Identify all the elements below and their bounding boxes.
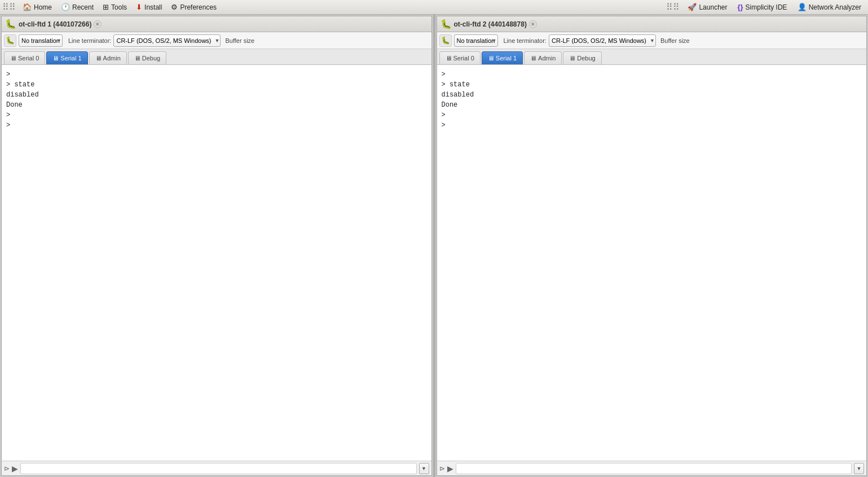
panel-2-buffer-size-label: Buffer size	[660, 37, 690, 44]
menu-preferences-label: Preferences	[180, 3, 217, 11]
install-icon: ⬇	[136, 3, 142, 11]
panel-1-tab-serial0[interactable]: 🖥 Serial 0	[4, 51, 45, 64]
panel-2-tab-debug[interactable]: 🖥 Debug	[563, 51, 601, 64]
panel-2-translation-icon: 🐛	[439, 34, 452, 47]
panel-1-tab-serial0-label: Serial 0	[18, 55, 39, 62]
panel-1-admin-icon: 🖥	[95, 55, 102, 62]
panel-1-serial1-icon: 🖥	[52, 55, 59, 62]
menu-item-launcher[interactable]: 🚀 Launcher	[683, 2, 732, 12]
panel-1-terminal-content: > > state disabled Done > >	[6, 69, 427, 130]
panel-1-terminator-select[interactable]: CR-LF (DOS, OS/2, MS Windows) LF (Unix) …	[113, 34, 221, 47]
panel-1-tab-serial1[interactable]: 🖥 Serial 1	[46, 51, 87, 64]
panel-1-line-terminator-label: Line terminator:	[68, 37, 111, 44]
menu-launcher-label: Launcher	[699, 3, 727, 11]
menu-tools-label: Tools	[111, 3, 127, 11]
menu-item-install[interactable]: ⬇ Install	[131, 2, 166, 12]
menu-right: ⠿⠿ 🚀 Launcher {} Simplicity IDE 👤 Networ…	[666, 2, 866, 12]
menu-item-tools[interactable]: ⊞ Tools	[98, 2, 131, 12]
panel-2-line-terminator-label: Line terminator:	[504, 37, 547, 44]
panel-1-terminator-wrapper: CR-LF (DOS, OS/2, MS Windows) LF (Unix) …	[113, 34, 221, 47]
panel-1: 🐛 ot-cli-ftd 1 (440107266) ✕ 🐛 No transl…	[1, 16, 432, 476]
panel-2-serial0-icon: 🖥	[446, 55, 452, 62]
panel-2-shell-left-icon: ⊳	[439, 465, 445, 472]
panel-2-admin-icon: 🖥	[530, 55, 536, 62]
panel-2-translation-wrapper: No translation Hex ASCII ▼	[454, 34, 498, 47]
menu-home-label: Home	[34, 3, 52, 11]
panel-1-input-bar: ⊳ ▶ ▼	[2, 461, 431, 475]
menu-item-preferences[interactable]: ⚙ Preferences	[166, 2, 221, 12]
panel-1-input-field[interactable]	[20, 463, 417, 474]
panel-2-input-bar: ⊳ ▶ ▼	[437, 461, 867, 475]
panel-2: 🐛 ot-cli-ftd 2 (440148878) ✕ 🐛 No transl…	[437, 16, 867, 476]
panel-1-titlebar: 🐛 ot-cli-ftd 1 (440107266) ✕	[2, 16, 431, 32]
main-area: 🐛 ot-cli-ftd 1 (440107266) ✕ 🐛 No transl…	[0, 15, 868, 477]
home-icon: 🏠	[23, 3, 32, 11]
panel-2-terminator-select[interactable]: CR-LF (DOS, OS/2, MS Windows) LF (Unix) …	[549, 34, 656, 47]
tools-icon: ⊞	[103, 3, 109, 11]
panel-1-tab-debug[interactable]: 🖥 Debug	[128, 51, 166, 64]
simplicity-ide-icon: {}	[737, 3, 743, 11]
menu-item-network-analyzer[interactable]: 👤 Network Analyzer	[793, 2, 866, 12]
panel-1-tab-admin-label: Admin	[103, 55, 121, 62]
panel-2-tab-serial0-label: Serial 0	[453, 55, 474, 62]
menu-network-analyzer-label: Network Analyzer	[809, 3, 861, 11]
panel-1-title: ot-cli-ftd 1 (440107266)	[19, 20, 91, 28]
panel-1-tab-admin[interactable]: 🖥 Admin	[89, 51, 127, 64]
panel-1-debug-icon: 🖥	[134, 55, 140, 62]
panel-1-device-icon: 🐛	[5, 19, 16, 29]
panel-2-tab-admin[interactable]: 🖥 Admin	[524, 51, 562, 64]
panel-1-translation-select[interactable]: No translation Hex ASCII	[19, 34, 63, 47]
panel-2-terminal-prompt-icon: ▶	[447, 464, 453, 473]
menu-item-simplicity-ide[interactable]: {} Simplicity IDE	[733, 2, 791, 12]
panel-2-titlebar: 🐛 ot-cli-ftd 2 (440148878) ✕	[437, 16, 867, 32]
panel-1-shell-left-icon: ⊳	[4, 465, 10, 472]
panel-2-device-icon: 🐛	[440, 19, 452, 29]
panel-2-tab-serial1[interactable]: 🖥 Serial 1	[482, 51, 523, 64]
panel-splitter[interactable]	[433, 15, 435, 477]
panel-2-terminal[interactable]: > > state disabled Done > >	[437, 65, 867, 461]
panel-2-input-field[interactable]	[456, 463, 852, 474]
panel-2-translation-select[interactable]: No translation Hex ASCII	[454, 34, 498, 47]
panel-1-terminal[interactable]: > > state disabled Done > >	[2, 65, 431, 461]
recent-icon: 🕐	[61, 3, 70, 11]
menu-recent-label: Recent	[72, 3, 94, 11]
panel-2-serial1-icon: 🖥	[488, 55, 494, 62]
panel-1-tab-serial1-label: Serial 1	[60, 55, 81, 62]
panel-1-terminal-prompt-icon: ▶	[12, 464, 18, 473]
panel-2-tab-admin-label: Admin	[538, 55, 556, 62]
panel-1-toolbar: 🐛 No translation Hex ASCII ▼ Line termin…	[2, 32, 431, 49]
right-grip-icon: ⠿⠿	[666, 2, 680, 12]
launcher-icon: 🚀	[688, 3, 697, 11]
panel-1-buffer-size-label: Buffer size	[225, 37, 254, 44]
menu-item-home[interactable]: 🏠 Home	[18, 2, 56, 12]
panel-1-translation-wrapper: No translation Hex ASCII ▼	[19, 34, 63, 47]
panel-2-title: ot-cli-ftd 2 (440148878)	[454, 20, 527, 28]
panel-1-translation-icon: 🐛	[4, 34, 16, 47]
panel-2-terminator-wrapper: CR-LF (DOS, OS/2, MS Windows) LF (Unix) …	[549, 34, 656, 47]
menu-grip-icon: ⠿⠿	[2, 2, 16, 12]
network-analyzer-icon: 👤	[797, 3, 807, 11]
panel-2-close-button[interactable]: ✕	[529, 20, 537, 28]
preferences-icon: ⚙	[171, 3, 178, 11]
panel-1-tabs: 🖥 Serial 0 🖥 Serial 1 🖥 Admin 🖥 Debug	[2, 49, 431, 65]
panel-2-toolbar: 🐛 No translation Hex ASCII ▼ Line termin…	[437, 32, 867, 49]
panel-2-input-dropdown-button[interactable]: ▼	[854, 463, 864, 474]
panel-1-serial0-icon: 🖥	[10, 55, 16, 62]
panel-1-tab-debug-label: Debug	[142, 55, 160, 62]
panel-1-input-dropdown-button[interactable]: ▼	[419, 463, 429, 474]
panel-2-tab-debug-label: Debug	[577, 55, 595, 62]
panel-2-tab-serial0[interactable]: 🖥 Serial 0	[439, 51, 481, 64]
menu-item-recent[interactable]: 🕐 Recent	[56, 2, 98, 12]
menu-simplicity-ide-label: Simplicity IDE	[746, 3, 787, 11]
panel-1-close-button[interactable]: ✕	[94, 20, 102, 28]
panel-2-debug-icon: 🖥	[569, 55, 575, 62]
menubar: ⠿⠿ 🏠 Home 🕐 Recent ⊞ Tools ⬇ Install ⚙ P…	[0, 0, 868, 15]
panel-2-tab-serial1-label: Serial 1	[496, 55, 517, 62]
panel-2-terminal-content: > > state disabled Done > >	[442, 69, 862, 130]
menu-install-label: Install	[144, 3, 162, 11]
panel-2-tabs: 🖥 Serial 0 🖥 Serial 1 🖥 Admin 🖥 Debug	[437, 49, 867, 65]
